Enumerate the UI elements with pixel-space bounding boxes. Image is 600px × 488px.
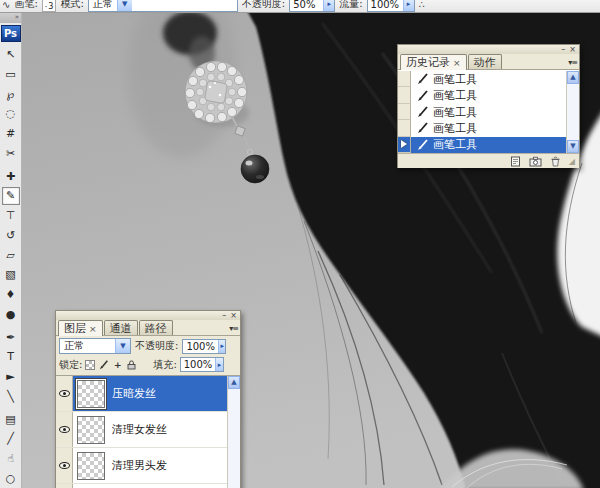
layer-blend-mode-select[interactable]: 正常 ▼: [59, 338, 131, 354]
tab-layers[interactable]: 图层 ×: [58, 320, 103, 336]
history-source-well[interactable]: [398, 71, 411, 87]
visibility-toggle[interactable]: [56, 376, 73, 411]
layer-row[interactable]: 清理女发丝: [56, 412, 227, 448]
path-selection-tool[interactable]: ►: [2, 368, 20, 386]
layer-thumbnail[interactable]: [77, 380, 105, 408]
panel-menu-icon[interactable]: ▾≡: [229, 324, 238, 333]
brush-tool[interactable]: ✎: [2, 187, 20, 205]
resize-grip-icon[interactable]: ◢: [569, 157, 575, 166]
visibility-toggle[interactable]: [56, 412, 73, 447]
toolbox: » Ps ↖ ▭ ℘ ◌ # ✂ ✚ ✎ ⊤ ↺ ▱ ▧ ♦ ● ✒ T ► ╲…: [0, 13, 22, 488]
layer-name[interactable]: 清理女发丝: [112, 422, 167, 437]
layer-row[interactable]: 清理男头发: [56, 448, 227, 484]
history-item[interactable]: 画笔工具: [398, 104, 566, 120]
history-item[interactable]: 画笔工具: [398, 120, 566, 136]
toolbox-collapse-bar[interactable]: »: [0, 13, 21, 23]
brush-icon: [417, 90, 429, 102]
lock-transparency-icon[interactable]: [85, 360, 95, 370]
scroll-up-icon[interactable]: ▲: [567, 71, 579, 84]
zoom-tool[interactable]: ○: [2, 469, 20, 487]
minimize-icon[interactable]: –: [222, 312, 226, 320]
panel-menu-icon[interactable]: ▾≡: [568, 58, 577, 67]
chevron-down-icon[interactable]: ▼: [117, 0, 132, 11]
brush-icon: [417, 139, 429, 151]
slider-arrow-icon[interactable]: ▸: [218, 340, 225, 353]
lock-all-icon[interactable]: [126, 359, 137, 370]
history-item[interactable]: 画笔工具: [398, 71, 566, 87]
minimize-icon[interactable]: –: [561, 46, 565, 54]
close-icon[interactable]: ×: [230, 312, 237, 320]
photoshop-window: ∿ 画笔: · 3 模式: 正常 ▼ 不透明度: 50% ▸ 流量: 100% …: [0, 0, 600, 488]
history-item-label: 画笔工具: [433, 121, 477, 136]
layer-thumbnail[interactable]: [77, 452, 105, 480]
slider-arrow-icon[interactable]: ▸: [323, 0, 334, 11]
eraser-tool[interactable]: ▱: [2, 246, 20, 264]
layers-scrollbar[interactable]: ▲: [227, 376, 240, 488]
flow-input[interactable]: 100% ▸: [367, 0, 415, 12]
crop-tool[interactable]: #: [2, 125, 20, 143]
tab-close-icon[interactable]: ×: [89, 324, 97, 334]
history-item-selected[interactable]: 画笔工具: [398, 137, 566, 153]
eyedropper-tool[interactable]: ╱: [2, 430, 20, 448]
tab-history[interactable]: 历史记录 ×: [400, 54, 467, 70]
trash-icon[interactable]: [549, 156, 562, 167]
layer-name[interactable]: 清理男头发: [112, 458, 167, 473]
notes-tool[interactable]: ▤: [2, 410, 20, 428]
move-tool[interactable]: ↖: [2, 46, 20, 64]
healing-brush-tool[interactable]: ✚: [2, 167, 20, 185]
layers-lock-row: 锁定: + 填充: 100% ▸: [56, 356, 240, 375]
layer-name[interactable]: 压暗发丝: [112, 386, 156, 401]
tab-actions[interactable]: 动作: [468, 54, 502, 69]
layer-row-partial[interactable]: [56, 484, 227, 488]
layer-thumbnail[interactable]: [77, 416, 105, 444]
history-panel-tabs: 历史记录 × 动作 ▾≡: [398, 54, 579, 70]
layer-row-selected[interactable]: 压暗发丝: [56, 376, 227, 412]
new-document-from-state-icon[interactable]: [509, 156, 522, 167]
fill-label: 填充:: [153, 358, 176, 372]
slice-tool[interactable]: ✂: [2, 144, 20, 162]
blur-tool[interactable]: ♦: [2, 286, 20, 304]
pen-tool[interactable]: ✒: [2, 328, 20, 346]
lasso-tool[interactable]: ℘: [2, 85, 20, 103]
blend-mode-value: 正常: [60, 339, 115, 353]
history-source-well[interactable]: [398, 120, 411, 136]
gradient-tool[interactable]: ▧: [2, 266, 20, 284]
history-source-well[interactable]: [398, 104, 411, 120]
layers-panel-titlebar: – ×: [56, 311, 240, 320]
tab-channels[interactable]: 通道: [104, 320, 138, 335]
layer-fill-input[interactable]: 100% ▸: [180, 357, 224, 372]
eye-icon: [59, 390, 70, 397]
history-source-well[interactable]: [398, 87, 411, 103]
tab-close-icon[interactable]: ×: [453, 58, 461, 68]
hand-tool[interactable]: ☝: [2, 450, 20, 468]
history-scrollbar[interactable]: ▲ ▼: [566, 71, 579, 153]
history-source-well[interactable]: [398, 137, 411, 153]
history-item[interactable]: 画笔工具: [398, 87, 566, 103]
chevron-down-icon[interactable]: ▼: [115, 339, 130, 353]
tab-paths[interactable]: 路径: [139, 320, 173, 335]
line-tool[interactable]: ╲: [2, 387, 20, 405]
visibility-toggle[interactable]: [56, 484, 73, 488]
close-icon[interactable]: ×: [569, 46, 576, 54]
visibility-toggle[interactable]: [56, 448, 73, 483]
layer-fill-value: 100%: [181, 358, 216, 371]
scroll-up-icon[interactable]: ▲: [228, 376, 240, 389]
new-snapshot-icon[interactable]: [529, 156, 542, 167]
history-brush-tool[interactable]: ↺: [2, 226, 20, 244]
clone-stamp-tool[interactable]: ⊤: [2, 207, 20, 225]
type-tool[interactable]: T: [2, 348, 20, 366]
slider-arrow-icon[interactable]: ▸: [215, 358, 222, 371]
tool-preset-icon[interactable]: ∿: [2, 0, 10, 10]
scroll-down-icon[interactable]: ▼: [567, 140, 579, 153]
quick-selection-tool[interactable]: ◌: [2, 105, 20, 123]
airbrush-toggle-icon[interactable]: ∴: [419, 0, 425, 10]
slider-arrow-icon[interactable]: ▸: [403, 0, 414, 11]
lock-position-icon[interactable]: +: [112, 359, 123, 370]
opacity-input[interactable]: 50% ▸: [289, 0, 335, 12]
lock-pixels-icon[interactable]: [98, 359, 109, 370]
blend-mode-select[interactable]: 正常 ▼: [88, 0, 238, 12]
brush-preset-picker[interactable]: · 3: [42, 0, 57, 12]
layer-opacity-input[interactable]: 100% ▸: [182, 339, 226, 354]
rectangular-marquee-tool[interactable]: ▭: [2, 65, 20, 83]
dodge-tool[interactable]: ●: [2, 305, 20, 323]
